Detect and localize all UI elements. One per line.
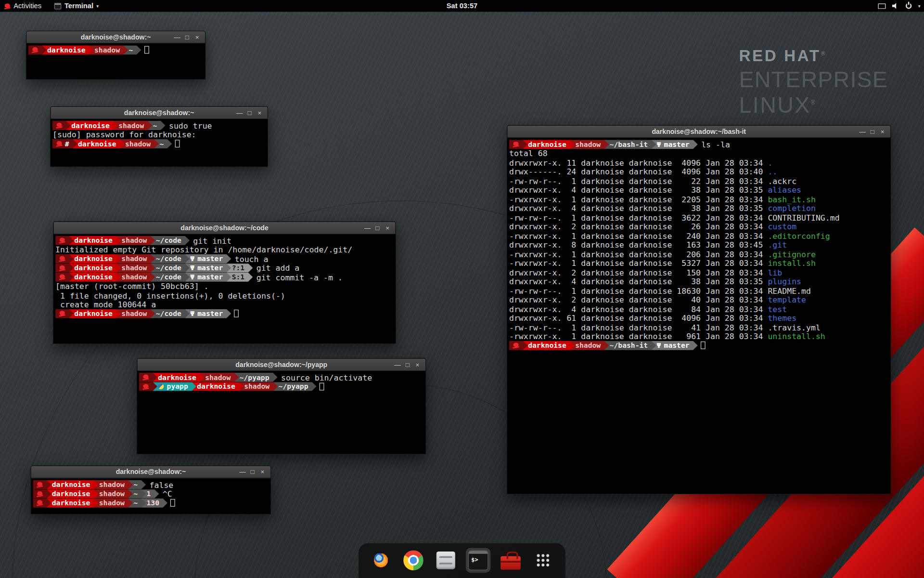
terminal-icon [54,3,62,9]
terminal-cursor [175,140,180,148]
close-button[interactable]: × [192,34,202,40]
redhat-logo-icon [4,3,11,9]
prompt-host-segment: shadow [570,140,609,149]
prompt-host-segment: shadow [116,236,155,245]
maximize-button[interactable]: □ [247,469,257,475]
prompt-host-segment: shadow [116,273,155,282]
minimize-button[interactable]: — [237,469,247,475]
close-button[interactable]: × [255,109,265,116]
prompt-host-segment: shadow [570,341,609,350]
git-branch-icon: Ψ [190,310,194,318]
terminal-content[interactable]: darknoiseshadow~/pyappsource bin/activat… [137,371,425,453]
close-button[interactable]: × [383,224,393,231]
power-icon [906,3,911,9]
terminal-content[interactable]: darknoiseshadow~falsedarknoiseshadow~1^C… [31,478,270,513]
git-branch-icon: Ψ [190,273,194,281]
prompt-user-segment: darknoise [69,263,121,273]
close-button[interactable]: × [877,128,887,134]
terminal-line: -rwxrwxr-x. 1 darknoise darknoise 2205 J… [509,195,890,204]
prompt-path-segment: ~/code [151,309,190,318]
minimize-button[interactable]: — [362,224,372,231]
output-text: -rw-rw-r--. 1 darknoise darknoise 3622 J… [509,213,768,223]
prompt-git-branch-segment: Ψmaster [185,309,231,318]
prompt-path-segment: ~/code [151,263,190,273]
terminal-line: drwxrwxr-x. 4 darknoise darknoise 38 Jan… [509,204,890,213]
window-titlebar[interactable]: darknoise@shadow:~ — □ × [31,466,270,478]
maximize-button[interactable]: □ [244,109,255,116]
system-tray[interactable]: ▾ [878,0,920,12]
prompt-user-segment: darknoise [69,236,121,245]
terminal-line: [sudo] password for darknoise: [52,130,268,139]
window-title: darknoise@shadow:~/bash-it [652,128,746,135]
dock-item-chrome[interactable] [401,548,425,573]
close-button[interactable]: × [257,469,268,475]
prompt-user-segment: darknoise [47,480,99,489]
maximize-button[interactable]: □ [372,224,383,231]
dock-item-show-applications[interactable] [531,548,555,573]
window-titlebar[interactable]: darknoise@shadow:~ — □ × [26,31,205,44]
terminal-line: Initialized empty Git repository in /hom… [55,245,396,254]
prompt-git-branch-segment: Ψmaster [652,140,698,149]
redhat-icon [59,256,65,262]
terminal-line: #darknoiseshadow~ [52,139,268,148]
terminal-window: darknoise@shadow:~/bash-it — □ × darknoi… [507,125,891,495]
activities-button[interactable]: Activities [0,0,47,12]
terminal-content[interactable]: darknoiseshadow~sudo true[sudo] password… [51,119,268,166]
git-branch-icon: Ψ [657,140,661,148]
output-text: -rwxrwxr-x. 1 darknoise darknoise 5327 J… [509,259,768,268]
minimize-button[interactable]: — [234,109,244,116]
files-icon [436,552,455,569]
output-text: drwxrwxr-x. 4 darknoise darknoise 38 Jan… [509,204,768,213]
window-titlebar[interactable]: darknoise@shadow:~/code — □ × [53,222,395,234]
maximize-button[interactable]: □ [182,34,192,40]
close-button[interactable]: × [412,361,423,368]
minimize-button[interactable]: — [393,361,403,368]
app-menu-terminal[interactable]: Terminal ▾ [50,0,103,12]
window-titlebar[interactable]: darknoise@shadow:~/pyapp — □ × [137,358,425,371]
dock-item-terminal[interactable]: $> [466,548,490,573]
window-title: darknoise@shadow:~ [124,109,194,117]
dock-item-files[interactable] [434,548,458,573]
terminal-line: darknoiseshadow~/codeΨmaster [55,309,396,318]
prompt-venv-segment: pyapp [153,382,196,391]
directory-name: custom [768,222,796,232]
terminal-line: darknoiseshadow~sudo true [52,121,268,130]
window-titlebar[interactable]: darknoise@shadow:~ — □ × [51,107,268,119]
directory-name: plugins [768,277,801,287]
terminal-content[interactable]: darknoiseshadow~ [26,44,205,79]
terminal-line: total 68 [509,149,890,158]
output-text: drwxrwxr-x. 2 darknoise darknoise 26 Jan… [509,222,768,232]
output-text: -rw-rw-r--. 1 darknoise darknoise 22 Jan… [509,176,768,186]
command-text: git commit -a -m . [248,272,343,282]
prompt-git-branch-segment: Ψmaster [652,341,698,350]
terminal-line: -rw-rw-r--. 1 darknoise darknoise 41 Jan… [509,323,890,332]
output-text: -rwxrwxr-x. 1 darknoise darknoise 961 Ja… [509,331,768,341]
minimize-button[interactable]: — [172,34,182,40]
output-text: total 68 [509,149,548,158]
output-text: .ackrc [768,176,796,186]
output-text: [master (root-commit) 50bcb63] . [55,281,208,291]
terminal-content[interactable]: darknoiseshadow~/bash-itΨmasterls -latot… [507,138,890,494]
output-text: drwxrwxr-x. 61 darknoise darknoise 4096 … [509,314,768,323]
terminal-cursor [701,342,706,349]
terminal-line: create mode 100644 a [55,300,396,309]
redhat-icon [59,238,65,243]
clock[interactable]: Sat 03:57 [447,2,478,10]
prompt-host-segment: shadow [116,263,155,273]
terminal-window: darknoise@shadow:~/code — □ × darknoises… [53,221,396,344]
terminal-content[interactable]: darknoiseshadow~/codegit initInitialized… [53,234,395,343]
redhat-icon [37,482,43,487]
dock-item-toolbox[interactable] [498,548,523,573]
directory-name: .git [768,240,787,250]
minimize-button[interactable]: — [858,128,868,134]
maximize-button[interactable]: □ [402,361,412,368]
maximize-button[interactable]: □ [867,128,877,134]
output-text: drwx------. 24 darknoise darknoise 4096 … [509,167,768,177]
dock-item-firefox[interactable] [369,548,393,573]
terminal-cursor [320,382,324,390]
terminal-line: drwxrwxr-x. 61 darknoise darknoise 4096 … [509,314,890,323]
command-text: git init [185,236,231,245]
output-text: .travis.yml [768,322,820,332]
output-text: Initialized empty Git repository in /hom… [55,245,352,254]
window-titlebar[interactable]: darknoise@shadow:~/bash-it — □ × [507,126,890,138]
